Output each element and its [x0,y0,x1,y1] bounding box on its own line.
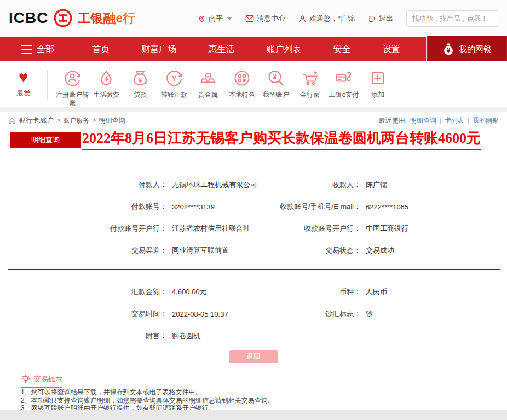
quicklink-local-features[interactable]: 本地特色 [225,68,259,107]
nav-item-home[interactable]: 首页 [92,44,110,55]
nav-items: 首页 财富广场 惠生活 账户列表 安全 设置 [76,44,416,55]
svg-text:¥: ¥ [139,77,142,84]
account-search-icon: ¥ [266,68,286,88]
nav-item-settings[interactable]: 设置 [383,44,400,55]
location-label: 南平 [209,14,223,24]
breadcrumb-item[interactable]: 银行卡.账户 [19,116,54,125]
recent-link-detail-query[interactable]: 明细查询 [410,116,436,125]
icbc-logo-text: ICBC [9,9,48,27]
quicklink-label: 我的账户 [263,91,289,99]
message-center-label: 消息中心 [257,14,285,24]
person-sync-icon [62,68,82,88]
breadcrumb-row: 银行卡.账户 > 账户服务 > 明细查询 最近使用: 明细查询 | 卡列表 | … [0,112,507,129]
global-search-box [406,10,499,27]
quicklink-my-account[interactable]: ¥ 我的账户 [259,68,293,107]
quicklink-label: 贷款 [134,91,147,99]
field-label: 附言： [11,331,167,341]
icbc-ring-icon [53,8,73,28]
nav-item-security[interactable]: 安全 [333,44,351,55]
transaction-annotation: 2022年8月6日江苏无锡客户购买长款保温卷圆机两台转账4600元 [82,128,481,150]
breadcrumb-separator: > [92,116,96,124]
detail-row: 付款账号开户行： 江苏省农村信用社联合社 收款账号开户行： 中国工商银行 [11,218,498,240]
recent-link-my-ebank[interactable]: 我的网银 [473,116,499,125]
section-tab-detail-query: 明细查询 [10,132,81,148]
add-icon [368,68,388,88]
quicklink-add[interactable]: 添加 [361,68,395,107]
back-button[interactable]: 返回 [229,350,278,363]
my-ebank-tab[interactable]: ¥ 我的网银 [426,36,507,63]
quicklink-register-transfer[interactable]: 注册账户转账 [55,68,89,107]
tips-header: 交易提示 [21,374,62,388]
nav-all-label: 全部 [37,44,54,55]
quicklink-label: 金行家 [300,91,320,99]
header-utilities: 南平 消息中心 欢迎您，*广锦 退出 [198,0,499,37]
breadcrumb-item[interactable]: 明细查询 [99,116,125,125]
nav-item-wealth[interactable]: 财富广场 [141,44,176,55]
logout-label: 退出 [379,14,393,24]
recently-used-label: 最近使用: [378,116,406,125]
recent-separator: | [468,116,469,124]
quick-links: 注册账户转账 生活缴费 ¥ 贷款 ¥ [55,68,395,107]
field-label: 付款人： [11,180,167,190]
message-center-link[interactable]: 消息中心 [245,14,285,24]
breadcrumb-separator: > [56,116,60,124]
chevron-down-icon [227,17,232,20]
epay-icon [334,68,354,88]
cash-flag-value: 钞 [366,309,498,319]
payer-bank-value: 江苏省农村信用社联合社 [172,224,260,234]
quicklink-gold-expert[interactable]: 金行家 [293,68,327,107]
lightbulb-icon [21,374,31,384]
search-input[interactable] [411,14,502,23]
tips-title: 交易提示 [34,374,62,384]
location-pin-icon [198,15,206,23]
nav-item-life[interactable]: 惠生活 [208,44,234,55]
quicklink-epay[interactable]: 工银e支付 [327,68,361,107]
memo-value: 购卷圆机 [172,331,260,341]
tip-item: 1、您可以将查询结果下载，并保存到文本或电子表格文件中。 [21,388,502,396]
detail-row: 付款账号： 3202****3139 收款账号/手机号/E-mail： 6222… [11,196,498,218]
nav-all-menu[interactable]: 全部 [21,44,54,55]
payer-account-value: 3202****3139 [172,203,260,211]
svg-text:¥: ¥ [447,48,450,54]
quicklink-label: 添加 [371,91,384,99]
detail-row: 交易时间： 2022-08-05 10:37 钞汇标志： 钞 [11,303,498,325]
quicklink-bill-pay[interactable]: 生活缴费 [89,68,123,107]
recent-link-card-list[interactable]: 卡列表 [445,116,464,125]
quicklink-label: 转账汇款 [161,91,187,99]
payee-name-value: 陈广锦 [366,180,498,190]
user-welcome[interactable]: 欢迎您，*广锦 [298,14,355,24]
detail-row: 付款人： 无锡环球工程机械有限公司 收款人： 陈广锦 [11,174,498,196]
section-gap [0,107,507,112]
envelope-icon [245,15,254,22]
bottom-strip [0,410,507,420]
icbc-logo: ICBC 工银融e行 [9,8,135,28]
field-label: 收款人： [260,180,361,190]
welcome-label: 欢迎您，*广锦 [309,14,355,24]
tip-item: 2、本功能只支持查询账户明细，如您需要查询具体交易的明细信息请到相关交易查询。 [21,396,502,404]
currency-value: 人民币 [366,287,498,297]
favorites-label: 最爱 [16,88,31,98]
field-label: 收款账号/手机号/E-mail： [260,202,361,212]
quicklink-loans[interactable]: ¥ 贷款 [123,68,157,107]
logout-icon [368,15,376,23]
nav-item-accounts[interactable]: 账户列表 [267,44,302,55]
payee-account-value: 6222****1065 [366,203,498,211]
quicklink-label: 生活缴费 [93,91,119,99]
field-label: 付款账号： [11,202,167,212]
my-ebank-label: 我的网银 [459,44,492,55]
recent-separator: | [440,116,441,124]
field-label: 交易状态： [260,246,361,255]
favorites-tab[interactable]: ♥ 最爱 [0,68,47,98]
money-bag-icon: ¥ [442,43,454,56]
breadcrumb-item[interactable]: 账户服务 [63,116,89,125]
detail-row: 附言： 购卷圆机 [11,325,498,347]
quicklink-precious-metals[interactable]: 贵金属 [191,68,225,107]
location-selector[interactable]: 南平 [198,14,232,24]
logout-link[interactable]: 退出 [368,14,393,24]
amount-value: 4,600.00元 [172,287,260,297]
quick-links-row: ♥ 最爱 注册账户转账 生活缴费 [0,61,507,107]
tips-divider [0,386,507,386]
quicklink-transfer-remit[interactable]: ¥ 转账汇款 [157,68,191,107]
svg-text:¥: ¥ [273,73,277,81]
droplet-icon [96,68,116,88]
